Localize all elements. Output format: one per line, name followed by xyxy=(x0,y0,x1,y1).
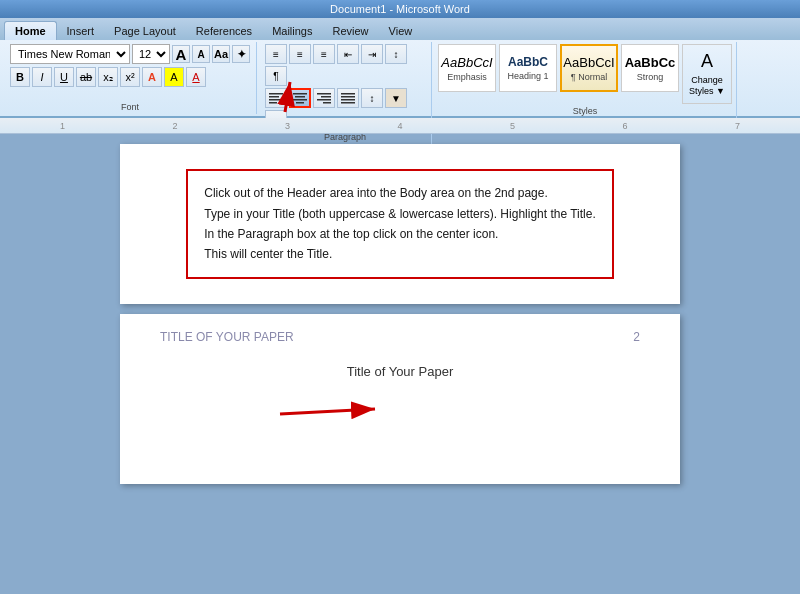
strong-preview: AaBbCc xyxy=(625,55,676,70)
strong-style-button[interactable]: AaBbCc Strong xyxy=(621,44,679,92)
page2: TITLE OF YOUR PAPER 2 Title of Your Pape… xyxy=(120,314,680,484)
subscript-button[interactable]: x₂ xyxy=(98,67,118,87)
svg-rect-7 xyxy=(296,102,304,104)
decrease-indent-button[interactable]: ⇤ xyxy=(337,44,359,64)
instruction-line-3: In the Paragraph box at the top click on… xyxy=(204,224,596,244)
multilevel-button[interactable]: ≡ xyxy=(313,44,335,64)
para-row1: ≡ ≡ ≡ ⇤ ⇥ ↕ ¶ xyxy=(265,44,425,86)
svg-rect-9 xyxy=(321,96,331,98)
line-spacing-button[interactable]: ↕ xyxy=(361,88,383,108)
tab-review[interactable]: Review xyxy=(322,22,378,40)
svg-rect-1 xyxy=(269,96,279,98)
font-color-button[interactable]: A xyxy=(186,67,206,87)
tab-page-layout[interactable]: Page Layout xyxy=(104,22,186,40)
ruler-marks: 1 2 3 4 5 6 7 xyxy=(60,121,740,131)
title-bar: Document1 - Microsoft Word xyxy=(0,0,800,18)
svg-rect-8 xyxy=(317,93,331,95)
justify-button[interactable] xyxy=(337,88,359,108)
tab-references[interactable]: References xyxy=(186,22,262,40)
instruction-line-4: This will center the Title. xyxy=(204,244,596,264)
instruction-line-1: Click out of the Header area into the Bo… xyxy=(204,183,596,203)
svg-rect-11 xyxy=(323,102,331,104)
align-center-button[interactable] xyxy=(289,88,311,108)
instruction-line-2: Type in your Title (both uppercase & low… xyxy=(204,204,596,224)
heading1-label: Heading 1 xyxy=(507,71,548,81)
bullets-button[interactable]: ≡ xyxy=(265,44,287,64)
tab-mailings[interactable]: Mailings xyxy=(262,22,322,40)
font-group: Times New Roman 12 A A Aa ✦ B I U ab x₂ … xyxy=(4,42,257,114)
svg-rect-10 xyxy=(317,99,331,101)
change-styles-icon: A xyxy=(701,51,713,72)
increase-indent-button[interactable]: ⇥ xyxy=(361,44,383,64)
tab-insert[interactable]: Insert xyxy=(57,22,105,40)
strong-label: Strong xyxy=(637,72,664,82)
strikethrough-button[interactable]: ab xyxy=(76,67,96,87)
sort-button[interactable]: ↕ xyxy=(385,44,407,64)
page2-title: Title of Your Paper xyxy=(160,364,640,379)
styles-row: AaBbCcI Emphasis AaBbC Heading 1 AaBbCcI… xyxy=(438,44,732,104)
svg-rect-15 xyxy=(341,102,355,104)
highlight-button[interactable]: A xyxy=(164,67,184,87)
format-buttons-row: B I U ab x₂ x² A A A xyxy=(10,67,250,87)
title-bar-text: Document1 - Microsoft Word xyxy=(330,3,470,15)
heading1-preview: AaBbC xyxy=(508,55,548,69)
normal-preview: AaBbCcI xyxy=(563,55,614,70)
font-shrink-button[interactable]: A xyxy=(192,45,210,63)
clear-formatting-button[interactable]: ✦ xyxy=(232,45,250,63)
svg-rect-5 xyxy=(295,96,305,98)
font-grow-button[interactable]: A xyxy=(172,45,190,63)
tab-bar: Home Insert Page Layout References Maili… xyxy=(0,18,800,40)
styles-group: AaBbCcI Emphasis AaBbC Heading 1 AaBbCcI… xyxy=(434,42,737,118)
change-styles-label: ChangeStyles ▼ xyxy=(689,75,725,97)
numbering-button[interactable]: ≡ xyxy=(289,44,311,64)
svg-rect-4 xyxy=(293,93,307,95)
show-formatting-button[interactable]: ¶ xyxy=(265,66,287,86)
superscript-button[interactable]: x² xyxy=(120,67,140,87)
normal-style-button[interactable]: AaBbCcI ¶ Normal xyxy=(560,44,618,92)
heading1-style-button[interactable]: AaBbC Heading 1 xyxy=(499,44,557,92)
bold-button[interactable]: B xyxy=(10,67,30,87)
page2-header-right: 2 xyxy=(633,330,640,344)
underline-button[interactable]: U xyxy=(54,67,74,87)
svg-rect-3 xyxy=(269,102,277,104)
tab-view[interactable]: View xyxy=(379,22,423,40)
svg-rect-2 xyxy=(269,99,283,101)
page2-header-left: TITLE OF YOUR PAPER xyxy=(160,330,294,344)
svg-line-19 xyxy=(280,409,375,414)
ribbon: Times New Roman 12 A A Aa ✦ B I U ab x₂ … xyxy=(0,40,800,118)
align-right-button[interactable] xyxy=(313,88,335,108)
align-left-button[interactable] xyxy=(265,88,287,108)
svg-rect-0 xyxy=(269,93,283,95)
styles-group-label: Styles xyxy=(438,104,732,116)
svg-rect-12 xyxy=(341,93,355,95)
instruction-box: Click out of the Header area into the Bo… xyxy=(186,169,614,279)
change-styles-button[interactable]: A ChangeStyles ▼ xyxy=(682,44,732,104)
page2-header: TITLE OF YOUR PAPER 2 xyxy=(160,330,640,344)
font-row1: Times New Roman 12 A A Aa ✦ xyxy=(10,44,250,64)
tab-home[interactable]: Home xyxy=(4,21,57,40)
size-selector[interactable]: 12 xyxy=(132,44,170,64)
italic-button[interactable]: I xyxy=(32,67,52,87)
document-area: Click out of the Header area into the Bo… xyxy=(0,134,800,594)
page1: Click out of the Header area into the Bo… xyxy=(120,144,680,304)
svg-rect-6 xyxy=(293,99,307,101)
font-selector[interactable]: Times New Roman xyxy=(10,44,130,64)
change-case-button[interactable]: Aa xyxy=(212,45,230,63)
svg-rect-14 xyxy=(341,99,355,101)
normal-label: ¶ Normal xyxy=(571,72,607,82)
svg-rect-13 xyxy=(341,96,355,98)
emphasis-label: Emphasis xyxy=(447,72,487,82)
ruler: 1 2 3 4 5 6 7 xyxy=(0,118,800,134)
text-effects-button[interactable]: A xyxy=(142,67,162,87)
shading-button[interactable]: ▼ xyxy=(385,88,407,108)
page2-title-text: Title of Your Paper xyxy=(347,364,453,379)
emphasis-preview: AaBbCcI xyxy=(441,55,492,70)
font-group-label: Font xyxy=(121,100,139,112)
emphasis-style-button[interactable]: AaBbCcI Emphasis xyxy=(438,44,496,92)
